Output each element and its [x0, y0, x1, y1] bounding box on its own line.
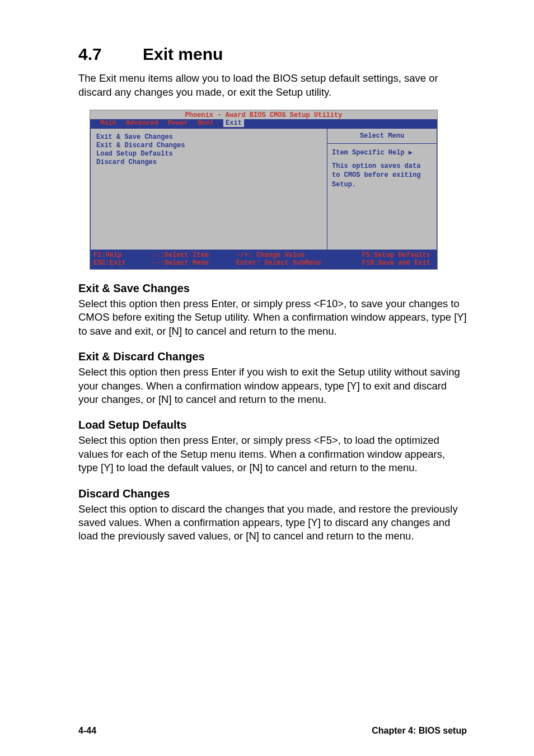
page-footer: 4-44 Chapter 4: BIOS setup	[78, 726, 467, 736]
bios-menu-item[interactable]: Exit & Save Changes	[96, 133, 321, 142]
spacer	[332, 157, 432, 162]
subsection-body: Select this option then press Enter if y…	[78, 365, 467, 406]
bios-footer-key: F1:Help	[93, 251, 152, 259]
bios-footer-key: ↑↓:Select Item	[152, 251, 236, 259]
bios-footer-key: ESC:Exit	[93, 259, 152, 267]
bios-tab-advanced[interactable]: Advanced	[126, 119, 158, 127]
bios-tab-bar: Main Advanced Power Boot Exit	[90, 119, 437, 128]
page: 4.7Exit menu The Exit menu items allow y…	[0, 0, 534, 756]
bios-tab-power[interactable]: Power	[168, 119, 188, 127]
bios-help-text: This option saves data to CMOS before ex…	[332, 162, 432, 189]
subsection-heading: Exit & Discard Changes	[78, 350, 467, 363]
bios-menu-item[interactable]: Load Setup Defaults	[96, 150, 321, 158]
bios-footer-key: Enter: Select SubMenu	[236, 259, 348, 267]
bios-footer-row: ESC:Exit ←→:Select Menu Enter: Select Su…	[93, 259, 434, 267]
bios-footer-key: F10:Save and Exit	[348, 259, 434, 267]
bios-tab-boot[interactable]: Boot	[198, 119, 214, 127]
bios-footer-key: -/+: Change Value	[236, 251, 348, 259]
intro-paragraph: The Exit menu items allow you to load th…	[78, 72, 467, 100]
bios-footer-key: F5:Setup Defaults	[348, 251, 434, 259]
bios-footer-row: F1:Help ↑↓:Select Item -/+: Change Value…	[93, 251, 434, 259]
bios-help-panel: Select Menu Item Specific Help This opti…	[327, 128, 437, 250]
bios-menu-item[interactable]: Discard Changes	[96, 158, 321, 167]
subsection-heading: Discard Changes	[78, 487, 467, 500]
section-title: Exit menu	[143, 45, 223, 63]
bios-footer-key: ←→:Select Menu	[152, 259, 236, 267]
page-number: 4-44	[78, 726, 96, 736]
bios-help-title: Select Menu	[327, 129, 437, 144]
bios-body: Exit & Save Changes Exit & Discard Chang…	[90, 128, 437, 250]
bios-item-specific: Item Specific Help	[332, 148, 432, 157]
subsection-heading: Exit & Save Changes	[78, 282, 467, 295]
bios-title: Phoenix - Award BIOS CMOS Setup Utility	[90, 110, 437, 119]
subsection-body: Select this option then press Enter, or …	[78, 297, 467, 338]
subsection-body: Select this option to discard the change…	[78, 503, 467, 543]
bios-footer: F1:Help ↑↓:Select Item -/+: Change Value…	[90, 250, 437, 269]
bios-tab-exit[interactable]: Exit	[223, 119, 244, 127]
bios-menu-list: Exit & Save Changes Exit & Discard Chang…	[90, 128, 327, 250]
bios-menu-item[interactable]: Exit & Discard Changes	[96, 142, 321, 150]
subsection-heading: Load Setup Defaults	[78, 419, 467, 431]
subsection-body: Select this option then press Enter, or …	[78, 434, 467, 475]
bios-tab-main[interactable]: Main	[100, 119, 116, 127]
bios-window: Phoenix - Award BIOS CMOS Setup Utility …	[90, 110, 438, 270]
section-heading: 4.7Exit menu	[78, 45, 467, 64]
chapter-label: Chapter 4: BIOS setup	[372, 726, 467, 736]
bios-help-body: Item Specific Help This option saves dat…	[327, 144, 437, 194]
section-number: 4.7	[78, 45, 143, 64]
